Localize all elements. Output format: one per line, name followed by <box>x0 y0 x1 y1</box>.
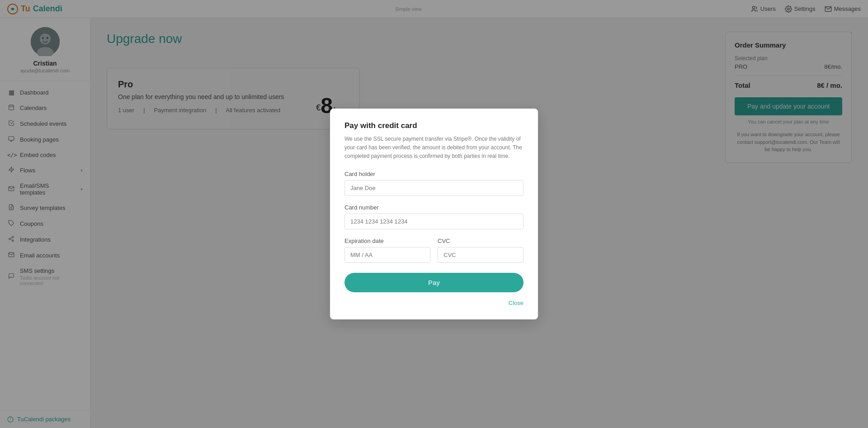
expiration-label: Expiration date <box>344 238 430 244</box>
modal-close-button[interactable]: Close <box>509 300 524 306</box>
cvc-group: CVC <box>438 238 524 263</box>
card-holder-label: Card holder <box>344 171 524 177</box>
modal-close-area: Close <box>344 299 524 307</box>
expiry-cvc-row: Expiration date CVC <box>344 238 524 271</box>
card-holder-group: Card holder <box>344 171 524 196</box>
modal-overlay: Pay with credit card We use the SSL secu… <box>0 0 868 428</box>
card-holder-input[interactable] <box>344 180 524 196</box>
credit-card-modal: Pay with credit card We use the SSL secu… <box>330 109 538 320</box>
card-number-label: Card number <box>344 204 524 211</box>
cvc-input[interactable] <box>438 247 524 263</box>
card-number-group: Card number <box>344 204 524 229</box>
expiration-input[interactable] <box>344 247 430 263</box>
expiration-group: Expiration date <box>344 238 430 263</box>
card-number-input[interactable] <box>344 214 524 229</box>
modal-description: We use the SSL secure payment transfer v… <box>344 135 524 161</box>
cvc-label: CVC <box>438 238 524 244</box>
modal-pay-button[interactable]: Pay <box>344 273 524 292</box>
modal-title: Pay with credit card <box>344 121 524 130</box>
